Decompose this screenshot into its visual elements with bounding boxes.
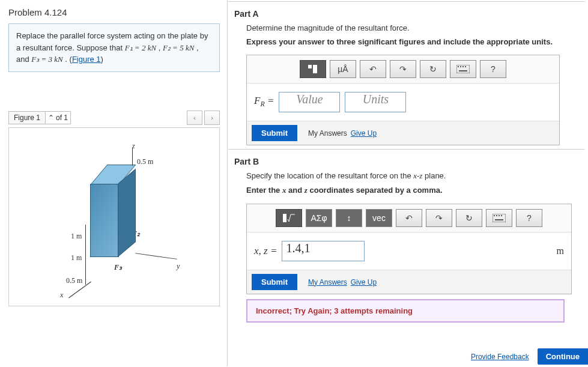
f2-value: F₂ = 5 kN — [163, 43, 194, 52]
next-figure-button[interactable]: › — [204, 111, 220, 125]
dim-1m-bot: 1 m — [71, 253, 82, 262]
svg-rect-8 — [283, 214, 286, 222]
undo-button[interactable]: ↶ — [360, 60, 386, 78]
template-button[interactable] — [300, 60, 326, 78]
undo-button-b[interactable]: ↶ — [396, 209, 422, 227]
svg-rect-14 — [495, 219, 503, 220]
part-a-submit-row: Submit My Answers Give Up — [247, 121, 559, 145]
part-b-answer-box: ΑΣφ ↕ vec ↶ ↷ ↻ ? x, z = 1.4,1 m Submit … — [246, 204, 572, 294]
figure-count: of 1 — [56, 114, 68, 122]
figure-box: z y x 0.5 m 1 m 1 m 1 m 0.5 m F₁ F₂ F₃ — [8, 127, 220, 306]
template-button-b[interactable] — [276, 209, 302, 227]
axis-x-label: x — [60, 291, 63, 300]
give-up-link-b[interactable]: Give Up — [351, 278, 377, 287]
figure-drawing: z y x 0.5 m 1 m 1 m 1 m 0.5 m F₁ F₂ F₃ — [42, 136, 186, 298]
problem-title: Problem 4.124 — [8, 7, 222, 17]
sqrt-template-icon — [282, 213, 296, 223]
reset-button-b[interactable]: ↻ — [456, 209, 482, 227]
continue-button[interactable]: Continue — [538, 348, 588, 365]
vec-button[interactable]: vec — [366, 209, 392, 227]
part-a-instr2: Express your answer to three significant… — [228, 35, 584, 49]
units-button[interactable]: µÅ — [330, 60, 356, 78]
redo-button[interactable]: ↷ — [390, 60, 416, 78]
figure-tab[interactable]: Figure 1 — [8, 111, 46, 124]
prev-figure-button[interactable]: ‹ — [187, 111, 202, 125]
vertical-divider — [227, 0, 228, 366]
axis-z — [132, 148, 133, 166]
plate-front-face — [90, 184, 119, 257]
svg-rect-1 — [313, 65, 317, 73]
reset-button[interactable]: ↻ — [420, 60, 446, 78]
keyboard-icon-b — [493, 214, 506, 222]
template-icon — [308, 64, 318, 74]
plate-side-face — [118, 168, 136, 256]
redo-button-b[interactable]: ↷ — [426, 209, 452, 227]
x-axis-ticks — [85, 225, 86, 285]
f3-value: F₃ = 3 kN — [31, 55, 62, 64]
updown-button[interactable]: ↕ — [336, 209, 362, 227]
unit-m: m — [557, 246, 564, 256]
xz-input[interactable]: 1.4,1 — [282, 241, 365, 261]
fr-label: FR = — [254, 95, 274, 109]
svg-rect-13 — [501, 215, 502, 216]
reset-icon-b: ↻ — [465, 213, 473, 223]
help-button-b[interactable]: ? — [516, 209, 542, 227]
provide-feedback-link[interactable]: Provide Feedback — [471, 353, 529, 361]
units-input[interactable]: Units — [345, 92, 406, 112]
svg-rect-10 — [494, 215, 495, 216]
undo-icon: ↶ — [369, 64, 377, 74]
svg-rect-3 — [458, 66, 459, 67]
greek-button[interactable]: ΑΣφ — [306, 209, 332, 227]
caret-icon: ⌃ — [48, 114, 54, 122]
svg-rect-5 — [462, 66, 464, 67]
problem-statement: Replace the parallel force system acting… — [8, 23, 220, 72]
my-answers-a: My Answers — [308, 129, 347, 138]
chevron-left-icon: ‹ — [193, 114, 196, 121]
part-b-input-row: x, z = 1.4,1 m — [247, 232, 571, 270]
axis-y — [135, 253, 177, 259]
figure-link[interactable]: Figure 1 — [72, 55, 101, 64]
footer-row: Provide Feedback Continue — [471, 348, 588, 365]
my-answers-b[interactable]: My Answers — [308, 278, 347, 287]
value-input[interactable]: Value — [279, 92, 340, 112]
feedback-box: Incorrect; Try Again; 3 attempts remaini… — [246, 299, 565, 323]
redo-icon-b: ↷ — [435, 213, 443, 223]
part-b-toolbar: ΑΣφ ↕ vec ↶ ↷ ↻ ? — [247, 204, 571, 232]
units-label: µÅ — [338, 64, 348, 74]
chevron-right-icon: › — [211, 114, 213, 121]
submit-button-a[interactable]: Submit — [252, 125, 297, 141]
part-a-toolbar: µÅ ↶ ↷ ↻ ? — [247, 55, 559, 83]
keyboard-button[interactable] — [450, 60, 476, 78]
dim-1m-mid: 1 m — [71, 232, 82, 241]
part-a-instr1: Determine the magnitude of the resultant… — [228, 21, 584, 35]
vec-label: vec — [372, 213, 386, 223]
xz-label: x, z = — [254, 245, 277, 257]
part-a-title: Part A — [228, 5, 584, 21]
svg-rect-7 — [459, 70, 467, 71]
help-button[interactable]: ? — [480, 60, 506, 78]
part-a-answer-box: µÅ ↶ ↷ ↻ ? FR = Value Units Submit My An… — [246, 55, 560, 145]
hr-mid — [228, 149, 584, 150]
part-b-instr2: Enter the x and z coordinates separated … — [228, 183, 584, 198]
figure-nav: Figure 1 ⌃ of 1 ‹ › — [8, 111, 220, 125]
part-a-input-row: FR = Value Units — [247, 83, 559, 121]
svg-rect-11 — [496, 215, 497, 216]
help-icon: ? — [491, 64, 496, 74]
part-b-title: Part B — [228, 153, 584, 169]
give-up-link-a[interactable]: Give Up — [351, 129, 377, 138]
svg-rect-4 — [460, 66, 461, 67]
keyboard-button-b[interactable] — [486, 209, 512, 227]
dim-0.5m-bot: 0.5 m — [66, 276, 82, 285]
undo-icon-b: ↶ — [405, 213, 413, 223]
svg-rect-6 — [465, 66, 466, 67]
dim-0.5m-top: 0.5 m — [137, 157, 153, 166]
figure-selector[interactable]: ⌃ of 1 — [46, 111, 71, 124]
hr-top — [228, 1, 584, 2]
svg-rect-0 — [308, 65, 312, 68]
axis-y-label: y — [177, 262, 180, 271]
greek-label: ΑΣφ — [311, 213, 327, 223]
help-icon-b: ? — [527, 213, 532, 223]
redo-icon: ↷ — [399, 64, 407, 74]
reset-icon: ↻ — [429, 64, 437, 74]
submit-button-b[interactable]: Submit — [252, 274, 297, 290]
